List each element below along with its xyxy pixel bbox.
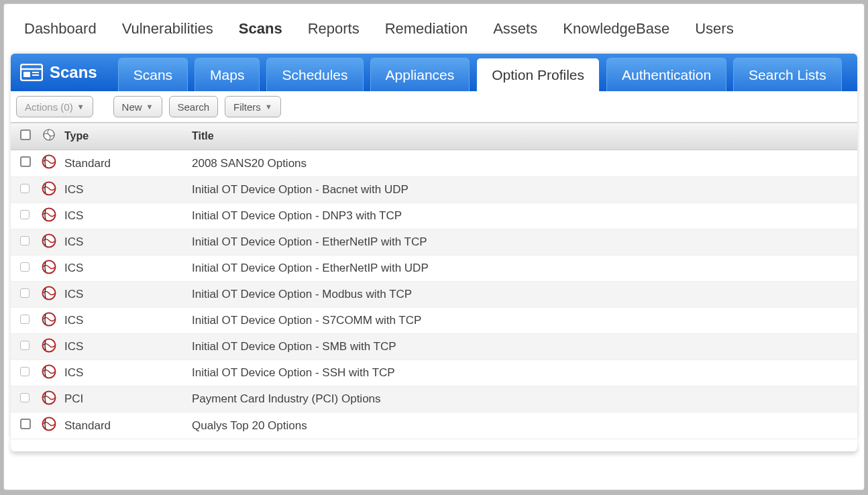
table-row[interactable]: ICS Initial OT Device Option - EtherNetI…	[11, 256, 857, 282]
row-title: Initial OT Device Option - Bacnet with U…	[186, 177, 857, 203]
row-title: Initial OT Device Option - DNP3 with TCP	[186, 203, 857, 229]
search-button[interactable]: Search	[169, 96, 219, 117]
row-type: ICS	[59, 203, 186, 229]
panel-bottom	[11, 439, 857, 451]
row-type: ICS	[59, 360, 186, 386]
row-type: Standard	[59, 412, 186, 439]
nav-users[interactable]: Users	[695, 20, 733, 38]
actions-label: Actions (0)	[25, 101, 73, 113]
globe-header-icon	[43, 129, 55, 141]
globe-icon	[42, 286, 56, 300]
select-all-checkbox[interactable]	[20, 129, 31, 140]
table-row[interactable]: PCI Payment Card Industry (PCI) Options	[11, 386, 857, 412]
nav-dashboard[interactable]: Dashboard	[24, 20, 97, 38]
tab-option-profiles[interactable]: Option Profiles	[476, 58, 600, 91]
row-type: Standard	[59, 150, 186, 177]
tab-schedules[interactable]: Schedules	[266, 58, 363, 91]
row-checkbox[interactable]	[20, 288, 30, 298]
row-title: Qualys Top 20 Options	[186, 412, 857, 439]
row-checkbox[interactable]	[20, 210, 30, 219]
table-row[interactable]: ICS Initial OT Device Option - SSH with …	[11, 360, 857, 386]
table-row[interactable]: ICS Initial OT Device Option - S7COMM wi…	[11, 308, 857, 334]
globe-icon	[42, 338, 56, 353]
filters-label: Filters	[233, 101, 261, 113]
globe-icon	[42, 417, 56, 431]
table-row[interactable]: ICS Initial OT Device Option - Modbus wi…	[11, 282, 857, 308]
scans-section: Scans ScansMapsSchedulesAppliancesOption…	[11, 54, 857, 439]
table-row[interactable]: Standard 2008 SANS20 Options	[11, 150, 857, 177]
row-checkbox[interactable]	[20, 367, 30, 376]
option-profiles-table: Type Title Standard 2008 SANS20 Options …	[11, 122, 857, 439]
globe-icon	[42, 364, 56, 379]
row-title: 2008 SANS20 Options	[186, 150, 857, 177]
globe-icon	[42, 260, 56, 274]
table-row[interactable]: ICS Initial OT Device Option - EtherNetI…	[11, 229, 857, 256]
search-label: Search	[178, 101, 210, 113]
table-header-row: Type Title	[11, 123, 857, 150]
nav-remediation[interactable]: Remediation	[385, 20, 468, 38]
row-type: PCI	[59, 386, 186, 412]
table-row[interactable]: ICS Initial OT Device Option - Bacnet wi…	[11, 177, 857, 203]
row-title: Initial OT Device Option - SMB with TCP	[186, 334, 857, 360]
row-type: ICS	[59, 229, 186, 256]
row-type: ICS	[59, 177, 186, 203]
row-title: Initial OT Device Option - S7COMM with T…	[186, 308, 857, 334]
row-checkbox[interactable]	[20, 419, 31, 429]
chevron-down-icon: ▼	[77, 103, 85, 111]
new-label: New	[122, 101, 142, 113]
row-title: Payment Card Industry (PCI) Options	[186, 386, 857, 412]
row-checkbox[interactable]	[20, 156, 31, 167]
nav-knowledgebase[interactable]: KnowledgeBase	[563, 20, 669, 38]
globe-icon	[42, 154, 56, 169]
globe-icon	[42, 312, 56, 327]
tab-search-lists[interactable]: Search Lists	[733, 58, 842, 91]
nav-scans[interactable]: Scans	[239, 20, 282, 38]
section-label-text: Scans	[50, 63, 97, 82]
row-title: Initial OT Device Option - EtherNetIP wi…	[186, 229, 857, 256]
new-button[interactable]: New ▼	[113, 96, 162, 117]
row-checkbox[interactable]	[20, 236, 30, 245]
table-row[interactable]: ICS Initial OT Device Option - DNP3 with…	[11, 203, 857, 229]
svg-rect-2	[23, 72, 30, 77]
tab-appliances[interactable]: Appliances	[370, 58, 470, 91]
nav-assets[interactable]: Assets	[493, 20, 537, 38]
row-checkbox[interactable]	[20, 393, 30, 402]
actions-button[interactable]: Actions (0) ▼	[16, 96, 93, 117]
row-type: ICS	[59, 334, 186, 360]
row-type: ICS	[59, 282, 186, 308]
globe-icon	[42, 233, 56, 248]
row-title: Initial OT Device Option - Modbus with T…	[186, 282, 857, 308]
tab-bar: Scans ScansMapsSchedulesAppliancesOption…	[11, 54, 857, 91]
table-row[interactable]: Standard Qualys Top 20 Options	[11, 412, 857, 439]
scans-icon	[20, 64, 43, 81]
row-checkbox[interactable]	[20, 262, 30, 272]
chevron-down-icon: ▼	[265, 103, 272, 111]
nav-reports[interactable]: Reports	[308, 20, 360, 38]
row-title: Initial OT Device Option - EtherNetIP wi…	[186, 256, 857, 282]
row-checkbox[interactable]	[20, 184, 30, 193]
filters-button[interactable]: Filters ▼	[225, 96, 281, 117]
col-type[interactable]: Type	[59, 123, 186, 150]
row-checkbox[interactable]	[20, 341, 30, 350]
toolbar: Actions (0) ▼ New ▼ Search Filters ▼	[11, 91, 857, 122]
row-title: Initial OT Device Option - SSH with TCP	[186, 360, 857, 386]
globe-icon	[42, 390, 56, 405]
tab-authentication[interactable]: Authentication	[606, 58, 726, 91]
globe-icon	[42, 181, 56, 196]
col-title[interactable]: Title	[186, 123, 857, 150]
nav-vulnerabilities[interactable]: Vulnerabilities	[122, 20, 213, 38]
row-checkbox[interactable]	[20, 315, 30, 324]
top-nav: DashboardVulnerabilitiesScansReportsReme…	[4, 4, 864, 54]
tab-maps[interactable]: Maps	[195, 58, 260, 91]
row-type: ICS	[59, 256, 186, 282]
globe-icon	[42, 207, 56, 222]
table-row[interactable]: ICS Initial OT Device Option - SMB with …	[11, 334, 857, 360]
chevron-down-icon: ▼	[146, 103, 154, 111]
row-type: ICS	[59, 308, 186, 334]
tab-scans[interactable]: Scans	[118, 58, 188, 91]
section-label: Scans	[11, 54, 108, 91]
